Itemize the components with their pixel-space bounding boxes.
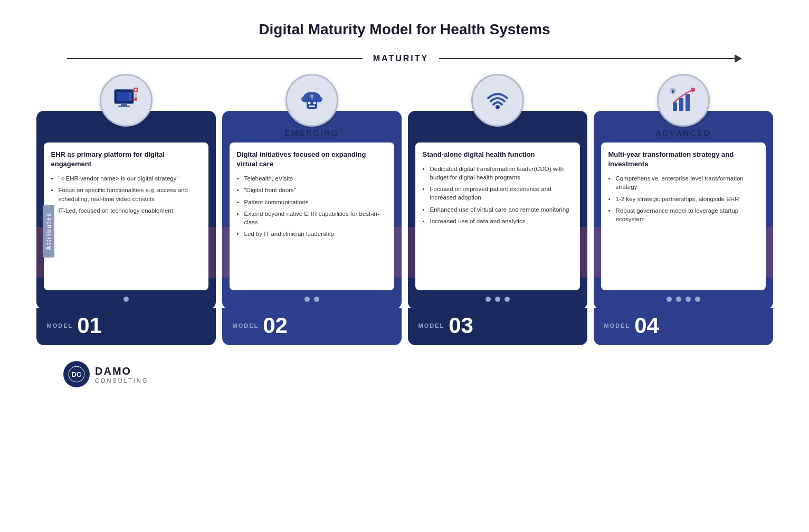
dots-row-1 — [44, 290, 208, 309]
pink-right-2 — [394, 227, 402, 278]
svg-rect-9 — [129, 96, 132, 97]
svg-point-5 — [135, 89, 137, 91]
svg-rect-17 — [309, 106, 315, 107]
svg-point-21 — [497, 106, 499, 108]
svg-rect-22 — [673, 102, 677, 111]
white-box-1: EHR as primary platform for digital enga… — [44, 142, 208, 290]
icon-circle-1 — [100, 74, 153, 127]
card-body-2: Digital initiatives focused on expanding… — [222, 111, 402, 309]
maturity-arrow: MATURITY — [32, 54, 777, 63]
svg-rect-10 — [129, 98, 132, 100]
logo-area: DC DAMO CONSULTING — [63, 361, 148, 387]
footer-model-number-1: 01 — [77, 315, 102, 337]
content-title-3: Stand-alone digital health function — [423, 150, 573, 159]
maturity-label: MATURITY — [373, 54, 429, 63]
svg-text:DC: DC — [72, 370, 82, 378]
footer-model-word-3: MODEL — [418, 322, 445, 329]
bullet-item: •Robust governance model to leverage sta… — [608, 206, 758, 223]
model-label-2: EMERGING — [284, 129, 339, 138]
maturity-line-right — [439, 58, 735, 59]
model-card-4: $ ADVANCED Multi-year transformation str… — [594, 74, 773, 345]
bullet-item: •Focus on specific functionalities e.g. … — [51, 186, 201, 203]
bullet-item: •Focused on improved patient experience … — [423, 185, 573, 202]
card-body-4: Multi-year transformation strategy and i… — [594, 111, 773, 309]
pink-right-4 — [766, 227, 773, 278]
card-footer-4: MODEL 04 — [594, 308, 773, 345]
footer-model-word-1: MODEL — [47, 322, 73, 329]
bullet-item: •IT-Led, focused on technology enablemen… — [51, 206, 201, 215]
footer-model-word-4: MODEL — [604, 322, 631, 329]
page-title: Digital Maturity Model for Health System… — [259, 21, 550, 38]
white-box-3: Stand-alone digital health function •Ded… — [415, 142, 580, 290]
footer-model-number-2: 02 — [263, 315, 288, 337]
logo-subtitle: CONSULTING — [95, 377, 148, 384]
content-title-2: Digital initiatives focused on expanding… — [237, 150, 387, 169]
svg-text:$: $ — [671, 89, 674, 94]
svg-rect-24 — [686, 94, 690, 111]
logo-icon: DC — [63, 361, 90, 387]
bullets-3: •Dedicated digital transformation leader… — [423, 165, 573, 225]
bullet-item: •Increased use of data and analytics — [423, 217, 573, 225]
pink-left-4 — [594, 227, 601, 278]
model-label-1: CHALLENGED — [91, 129, 160, 138]
maturity-arrow-icon — [735, 54, 742, 63]
bullet-item: •Led by IT and clinician leadership — [237, 230, 387, 238]
card-footer-3: MODEL 03 — [408, 308, 587, 345]
card-header-2: EMERGING — [222, 74, 402, 138]
bullet-item: •Patient communications — [237, 198, 387, 206]
model-label-4: ADVANCED — [655, 129, 711, 138]
card-footer-2: MODEL 02 — [222, 308, 402, 345]
bullet-item: •Enhanced use of virtual care and remote… — [423, 205, 573, 214]
models-container: Attributes CHALLENGED EHR as primary — [32, 74, 777, 345]
svg-rect-3 — [118, 106, 130, 107]
logo-text: DAMO CONSULTING — [95, 365, 148, 384]
white-box-2: Digital initiatives focused on expanding… — [230, 142, 394, 290]
footer-model-number-3: 03 — [449, 315, 473, 337]
content-title-1: EHR as primary platform for digital enga… — [51, 150, 201, 169]
bullet-item: •"Digital front doors" — [237, 186, 387, 194]
icon-circle-4: $ — [657, 74, 710, 127]
dots-row-3 — [415, 290, 580, 309]
model-label-3: ABLE — [484, 129, 511, 138]
icon-circle-3 — [471, 74, 524, 127]
svg-point-16 — [313, 102, 316, 104]
bullets-2: •Telehealth, eVisits•"Digital front door… — [237, 174, 387, 238]
logo-name: DAMO — [95, 365, 148, 377]
bullet-item: •Comprehensive, enterprise-level transfo… — [608, 174, 758, 191]
model-card-3: ABLE Stand-alone digital health function… — [408, 74, 587, 345]
card-body-1: EHR as primary platform for digital enga… — [36, 111, 216, 309]
card-header-3: ABLE — [408, 74, 587, 138]
model-card-1: Attributes CHALLENGED EHR as primary — [36, 74, 216, 345]
dots-row-4 — [601, 290, 766, 309]
bullet-item: •1-2 key strategic partnerships, alongsi… — [608, 195, 758, 203]
svg-point-7 — [134, 98, 137, 101]
bullet-item: •Dedicated digital transformation leader… — [423, 165, 573, 182]
footer-model-number-4: 04 — [634, 315, 659, 337]
svg-point-15 — [308, 102, 310, 104]
bullet-item: •Telehealth, eVisits — [237, 174, 387, 183]
svg-point-25 — [691, 88, 695, 92]
svg-point-19 — [310, 94, 313, 98]
footer-model-word-2: MODEL — [233, 322, 259, 329]
maturity-line-left — [67, 58, 363, 59]
bullet-item: •Extend beyond native EHR capabilities f… — [237, 210, 387, 226]
card-header-4: $ ADVANCED — [594, 74, 773, 138]
svg-rect-6 — [135, 93, 137, 98]
model-card-2: EMERGING Digital initiatives focused on … — [222, 74, 402, 345]
bullets-4: •Comprehensive, enterprise-level transfo… — [608, 174, 758, 223]
card-footer-1: MODEL 01 — [36, 308, 216, 345]
svg-rect-8 — [129, 93, 132, 94]
svg-rect-23 — [679, 98, 683, 111]
card-header-1: CHALLENGED — [36, 74, 216, 138]
pink-right-3 — [580, 227, 587, 278]
bullet-item: •"< EHR vendor name> is our digital stra… — [51, 174, 201, 183]
pink-left-3 — [408, 227, 415, 278]
attributes-label: Attributes — [43, 205, 52, 258]
white-box-4: Multi-year transformation strategy and i… — [601, 142, 766, 290]
pink-left-2 — [222, 227, 230, 278]
bullets-1: •"< EHR vendor name> is our digital stra… — [51, 174, 201, 214]
dots-row-2 — [230, 290, 394, 309]
svg-rect-2 — [121, 103, 127, 106]
content-title-4: Multi-year transformation strategy and i… — [608, 150, 758, 169]
svg-rect-14 — [307, 100, 317, 109]
